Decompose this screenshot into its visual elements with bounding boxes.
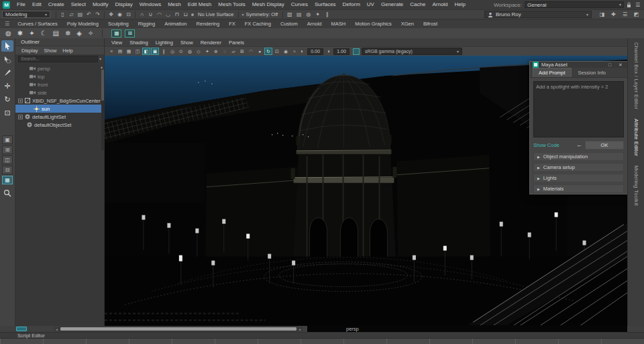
- paint-select-tool-button[interactable]: [1, 67, 13, 78]
- gamma-field[interactable]: 1.00: [333, 48, 350, 55]
- viewport-toolbar-icon[interactable]: ◇: [195, 48, 203, 55]
- file-operation-icon[interactable]: ↶: [85, 11, 93, 18]
- outliner-item-default-object-set[interactable]: defaultObjectSet: [15, 121, 104, 129]
- viewport-toolbar-icon[interactable]: ⊛: [212, 48, 220, 55]
- outliner-item-group[interactable]: + XBID_NSF_BdgSmCunCenter: [15, 97, 104, 105]
- tab-add-prompt[interactable]: Add Prompt: [533, 68, 572, 77]
- time-slider[interactable]: [0, 338, 644, 344]
- snap-icon[interactable]: ⊔: [182, 11, 189, 18]
- outliner-scrollbar[interactable]: [101, 70, 104, 150]
- move-tool-button[interactable]: ✛: [1, 80, 13, 92]
- menu-item[interactable]: Edit: [29, 0, 45, 9]
- menu-set-dropdown[interactable]: Modeling ▾: [2, 11, 50, 18]
- collapsible-section[interactable]: ▶ Camera setup: [533, 163, 624, 172]
- menu-item[interactable]: Modify: [89, 0, 112, 9]
- expander-icon[interactable]: +: [18, 99, 23, 103]
- menu-item[interactable]: Edit Mesh: [184, 0, 215, 9]
- menu-item[interactable]: Display: [112, 0, 136, 9]
- shelf-tab[interactable]: Motion Graphics: [350, 21, 396, 27]
- viewport-toolbar-icon[interactable]: ◧: [142, 48, 150, 55]
- selection-mask-icon[interactable]: ◉: [116, 11, 123, 18]
- outliner-menu-item[interactable]: Show: [42, 48, 60, 54]
- viewport-toolbar-icon[interactable]: ↻: [264, 48, 272, 55]
- sidebar-toggle-icon[interactable]: ✚: [610, 11, 617, 18]
- outliner-item-side[interactable]: side: [15, 89, 104, 97]
- snap-icon[interactable]: ∪: [147, 11, 154, 18]
- exposure-field[interactable]: 0.00: [307, 48, 323, 55]
- menu-options-icon[interactable]: ☰: [634, 1, 641, 9]
- expander-icon[interactable]: +: [18, 115, 23, 119]
- viewport-toolbar-icon[interactable]: ⊞: [238, 48, 246, 55]
- shelf-tab[interactable]: MASH: [326, 21, 350, 27]
- shelf-tab[interactable]: Bifrost: [419, 21, 442, 27]
- viewport-toolbar-icon[interactable]: ∥: [160, 48, 168, 55]
- lock-icon[interactable]: [627, 2, 631, 8]
- shelf-menu-icon[interactable]: ☰: [1, 21, 13, 27]
- snap-icon[interactable]: ◡: [164, 11, 172, 18]
- viewport-menu-item[interactable]: Lighting: [152, 40, 176, 46]
- menu-item[interactable]: Surfaces: [311, 0, 339, 9]
- show-code-link[interactable]: Show Code: [533, 142, 559, 148]
- shelf-tab[interactable]: Rigging: [133, 21, 160, 27]
- file-operation-icon[interactable]: ↷: [94, 11, 101, 18]
- shelf-tool-icon[interactable]: ❄: [65, 30, 70, 37]
- asset-window-titlebar[interactable]: Maya Asset □ ✕: [530, 62, 627, 68]
- shelf-tool-icon[interactable]: ✦: [29, 30, 34, 37]
- shelf-tab[interactable]: Poly Modeling: [62, 21, 103, 27]
- script-editor-bar[interactable]: Script Editor: [0, 332, 644, 338]
- outliner-menu-item[interactable]: Display: [19, 48, 41, 54]
- shelf-highlighted-tool-icon[interactable]: ⊞: [125, 30, 135, 38]
- shelf-highlighted-tool-icon[interactable]: ▦: [111, 30, 121, 38]
- collapsible-section[interactable]: ▶ Object manipulation: [533, 152, 624, 161]
- shelf-tool-icon[interactable]: ◍: [5, 30, 11, 37]
- shelf-tool-icon[interactable]: ◈: [76, 30, 82, 37]
- viewport-toolbar-icon[interactable]: ◫: [133, 48, 142, 55]
- file-operation-icon[interactable]: ▯: [59, 11, 66, 18]
- shelf-tab[interactable]: XGen: [396, 21, 419, 27]
- scrollbar-thumb[interactable]: [60, 327, 297, 331]
- scroll-left-icon[interactable]: ◂: [54, 327, 60, 331]
- menu-item[interactable]: Windows: [136, 0, 164, 9]
- script-editor-icon[interactable]: [16, 327, 27, 331]
- viewport-toolbar-icon[interactable]: ▦: [125, 48, 133, 55]
- shelf-tab[interactable]: Sculpting: [103, 21, 133, 27]
- outliner-item-persp[interactable]: persp: [15, 64, 104, 72]
- lasso-tool-button[interactable]: [1, 54, 13, 65]
- scroll-up-icon[interactable]: ▴: [101, 64, 103, 69]
- viewport-toolbar-icon[interactable]: ▣: [151, 48, 159, 55]
- shelf-tab[interactable]: Rendering: [192, 21, 225, 27]
- tab-modeling-toolkit[interactable]: Modeling Toolkit: [633, 166, 639, 206]
- no-live-surface-button[interactable]: No Live Surface: [196, 11, 235, 17]
- symmetry-button[interactable]: Symmetry: Off: [244, 11, 280, 17]
- tab-attribute-editor[interactable]: Attribute Editor: [633, 119, 639, 156]
- menu-item[interactable]: Help: [451, 0, 469, 9]
- close-icon[interactable]: ✕: [616, 62, 625, 68]
- sidebar-toggle-icon[interactable]: ☰: [621, 11, 629, 18]
- shelf-tool-icon[interactable]: ☾: [41, 30, 47, 37]
- selection-mask-icon[interactable]: ❖: [107, 11, 115, 18]
- render-icon[interactable]: ∥: [323, 11, 331, 18]
- layout-shortcut-button[interactable]: ▣: [2, 135, 13, 144]
- shelf-tool-icon[interactable]: ✱: [17, 30, 23, 37]
- menu-item[interactable]: Curves: [288, 0, 311, 9]
- shelf-tool-icon[interactable]: ✧: [88, 30, 93, 37]
- render-icon[interactable]: ▧: [286, 11, 293, 18]
- menu-item[interactable]: File: [13, 0, 29, 9]
- workspace-dropdown[interactable]: General ▾: [525, 1, 624, 8]
- layout-shortcut-button[interactable]: ⊞: [2, 146, 13, 154]
- viewport-toolbar-icon[interactable]: ◠: [247, 48, 255, 55]
- shelf-tab[interactable]: Curves / Surfaces: [13, 21, 62, 27]
- menu-item[interactable]: Arnold: [429, 0, 451, 9]
- filter-caret-icon[interactable]: ▾: [99, 57, 101, 61]
- viewport-3d-scene[interactable]: Maya Asset □ ✕ Add Prompt Session Info A…: [105, 56, 627, 326]
- file-operation-icon[interactable]: ▤: [76, 11, 84, 18]
- viewport-toolbar-icon[interactable]: ≡: [107, 48, 115, 55]
- render-icon[interactable]: ▤: [295, 11, 303, 18]
- menu-item[interactable]: Create: [45, 0, 68, 9]
- outliner-zoom-button[interactable]: [3, 189, 11, 198]
- sidebar-toggle-icon[interactable]: ◩: [633, 11, 640, 18]
- menu-item[interactable]: Cache: [407, 0, 429, 9]
- ok-button[interactable]: OK: [585, 141, 624, 150]
- menu-item[interactable]: Deform: [339, 0, 364, 9]
- shelf-tab[interactable]: Custom: [276, 21, 303, 27]
